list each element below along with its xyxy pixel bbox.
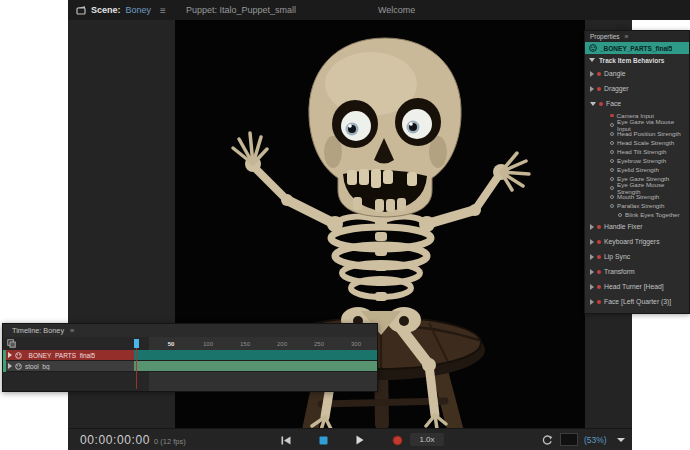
param-label: Head Position Strength [617, 130, 681, 137]
behavior-active-dot [599, 102, 603, 106]
behavior-dragger[interactable]: Dragger [585, 81, 689, 96]
go-to-start-button[interactable] [278, 432, 294, 448]
ruler-tick-label: 300 [348, 341, 364, 347]
track-header[interactable]: _BONEY_PARTS_final5 [3, 350, 134, 361]
tab-welcome[interactable]: Welcome [368, 0, 425, 20]
param-label: Blink Eyes Together [625, 211, 680, 218]
face-param[interactable]: Parallax Strength [585, 201, 689, 210]
behavior-label: Dangle [604, 70, 626, 77]
behavior-active-dot [597, 240, 601, 244]
collapsed-triangle-icon[interactable] [590, 299, 594, 305]
properties-tab-label: Properties [590, 33, 620, 40]
face-param[interactable]: Head Scale Strength [585, 138, 689, 147]
expanded-triangle-icon[interactable] [590, 102, 596, 106]
behavior-face-left-quarter[interactable]: Face [Left Quarter (3)] [585, 294, 689, 309]
properties-menu-icon[interactable]: ≡ [625, 33, 629, 40]
tab-puppet[interactable]: Puppet: Italo_Puppet_small [176, 0, 306, 20]
section-label: Track Item Behaviors [599, 57, 664, 64]
collapsed-triangle-icon[interactable] [590, 71, 594, 77]
track-clip-bar[interactable] [134, 361, 377, 372]
face-param-blink-eyes-together[interactable]: Blink Eyes Together [585, 210, 689, 219]
playback-speed[interactable]: 1.0x [410, 433, 444, 446]
track-row-stool-bg[interactable]: stool_bg [3, 361, 377, 372]
refresh-icon [542, 435, 553, 446]
track-name: stool_bg [25, 363, 50, 370]
scene-menu-icon[interactable]: ≡ [160, 5, 166, 16]
play-button[interactable] [352, 432, 368, 448]
go-to-start-icon [281, 436, 291, 445]
collapsed-triangle-icon[interactable] [590, 269, 594, 275]
timeline-title: Timeline: Boney [12, 326, 64, 335]
section-track-item-behaviors[interactable]: Track Item Behaviors [585, 54, 689, 66]
param-label: Parallax Strength [617, 202, 664, 209]
behavior-active-dot [597, 285, 601, 289]
stop-button[interactable] [315, 432, 331, 448]
ruler-tick-label: 100 [200, 341, 216, 347]
behavior-head-turner[interactable]: Head Turner [Head] [585, 279, 689, 294]
refresh-button[interactable] [539, 432, 555, 448]
behavior-lip-sync[interactable]: Lip Sync [585, 249, 689, 264]
scene-color-swatch[interactable] [560, 433, 578, 446]
behavior-handle-fixer[interactable]: Handle Fixer [585, 219, 689, 234]
timeline-menu-icon[interactable]: ≡ [70, 326, 74, 335]
timeline-title-bar[interactable]: Timeline: Boney ≡ [3, 324, 377, 337]
behavior-keyboard-triggers[interactable]: Keyboard Triggers [585, 234, 689, 249]
behavior-active-dot [597, 87, 601, 91]
param-dial-icon [610, 159, 614, 163]
behavior-active-dot [597, 270, 601, 274]
playhead-marker[interactable] [134, 339, 139, 348]
track-clip-bar[interactable] [134, 350, 377, 361]
face-param[interactable]: Head Tilt Strength [585, 147, 689, 156]
playback-speed-value: 1.0x [419, 435, 434, 444]
track-row-boney-parts[interactable]: _BONEY_PARTS_final5 [3, 350, 377, 361]
param-dial-icon [610, 150, 614, 154]
behavior-dangle[interactable]: Dangle [585, 66, 689, 81]
collapsed-triangle-icon[interactable] [8, 363, 12, 369]
param-dial-icon [618, 213, 622, 217]
track-options-icon[interactable] [7, 339, 16, 348]
collapsed-triangle-icon[interactable] [590, 86, 594, 92]
playhead-line [136, 348, 137, 389]
collapsed-triangle-icon[interactable] [590, 239, 594, 245]
behavior-face[interactable]: Face [585, 96, 689, 111]
param-dial-icon [610, 186, 614, 190]
expanded-triangle-icon[interactable] [589, 58, 595, 62]
behavior-active-dot [597, 300, 601, 304]
stop-icon [319, 436, 328, 445]
collapsed-triangle-icon[interactable] [590, 224, 594, 230]
transport-bar: 00:00:00:00 0 (12 fps) 1.0x [68, 428, 632, 450]
behavior-active-dot [597, 225, 601, 229]
ruler-tick-label: 200 [274, 341, 290, 347]
param-dial-icon [610, 204, 614, 208]
collapsed-triangle-icon[interactable] [590, 254, 594, 260]
collapsed-triangle-icon[interactable] [590, 284, 594, 290]
tab-scene[interactable]: Scene: Boney ≡ [68, 0, 176, 20]
collapsed-triangle-icon[interactable] [8, 352, 12, 358]
param-dial-icon [610, 177, 614, 181]
face-param[interactable]: Eyelid Strength [585, 165, 689, 174]
face-param[interactable]: Eye Gaze via Mouse Input [585, 120, 689, 129]
face-param[interactable]: Eye Gaze Mouse Strength [585, 183, 689, 192]
scene-icon [76, 5, 86, 15]
zoom-level[interactable]: (53%) [584, 435, 607, 445]
tab-properties[interactable]: Properties ≡ [585, 31, 689, 42]
puppet-icon [589, 44, 597, 52]
ruler-tick-label: 250 [311, 341, 327, 347]
track-color-edge [3, 350, 6, 372]
face-param[interactable]: Eyebrow Strength [585, 156, 689, 165]
record-button[interactable] [389, 432, 405, 448]
behavior-transform[interactable]: Transform [585, 264, 689, 279]
face-param[interactable]: Head Position Strength [585, 129, 689, 138]
param-dial-icon [610, 123, 614, 127]
param-label: Eyelid Strength [617, 166, 659, 173]
behavior-label: Lip Sync [604, 253, 630, 260]
scene-tab-name: Boney [126, 5, 152, 15]
track-name: _BONEY_PARTS_final5 [25, 352, 95, 359]
zoom-dropdown-caret[interactable] [617, 438, 625, 442]
timeline-panel: Timeline: Boney ≡ 50 100 150 200 250 300 [2, 323, 378, 392]
frame-info: 0 (12 fps) [154, 437, 186, 446]
selected-track-item[interactable]: _BONEY_PARTS_final5 [585, 42, 689, 54]
track-header[interactable]: stool_bg [3, 361, 134, 372]
behavior-active-dot [597, 72, 601, 76]
param-active-dot [610, 114, 614, 118]
